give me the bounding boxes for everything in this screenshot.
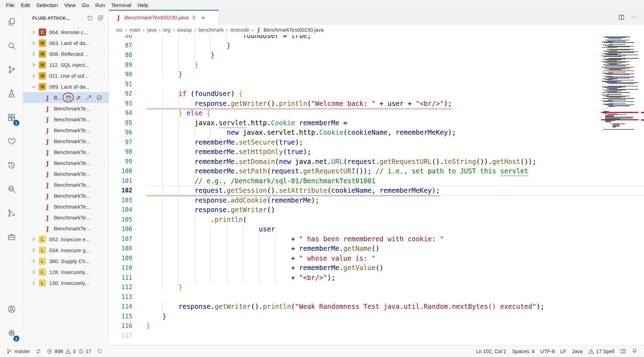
status-encoding[interactable]: UTF-8 bbox=[537, 345, 558, 357]
code-line-114[interactable]: 114 response.getWriter().println("Weak R… bbox=[109, 302, 644, 312]
code-line-86[interactable]: 86 foundUser = true; bbox=[109, 35, 644, 41]
status-language[interactable]: Java bbox=[569, 345, 586, 357]
activity-accounts-button[interactable] bbox=[0, 297, 23, 321]
tree-item[interactable]: M011. Use of sof... bbox=[23, 70, 109, 81]
tree-item[interactable]: JBenchmarkTe... bbox=[23, 114, 109, 125]
chevron-right-icon[interactable] bbox=[30, 280, 37, 286]
tree-item[interactable]: JBenchmarkTe... bbox=[23, 125, 109, 136]
status-retry[interactable] bbox=[94, 345, 105, 357]
status-cursor-position[interactable]: Ln 102, Col 2 bbox=[473, 345, 509, 357]
tree-item[interactable]: L128. Insecurely... bbox=[23, 267, 109, 278]
status-problems[interactable]: 898017 bbox=[44, 345, 94, 357]
code-editor[interactable]: 86 foundUser = true;87 }88 }89 }90 }9192… bbox=[109, 35, 644, 345]
code-line-105[interactable]: 105 .println( bbox=[109, 215, 644, 225]
status-sync[interactable] bbox=[33, 345, 44, 357]
tree-item[interactable]: JB... bbox=[23, 92, 109, 103]
split-editor-icon[interactable] bbox=[618, 14, 625, 21]
code-line-94[interactable]: 94 } else { bbox=[109, 108, 644, 118]
status-layout[interactable] bbox=[617, 345, 629, 357]
code-line-98[interactable]: 98 rememberMe.setHttpOnly(true); bbox=[109, 147, 644, 157]
breadcrumb-item[interactable]: owasp bbox=[177, 27, 192, 33]
collapse-all-icon[interactable] bbox=[97, 15, 104, 21]
breadcrumb-item[interactable]: src bbox=[116, 27, 123, 33]
tree-item[interactable]: L130. Insecurely... bbox=[23, 278, 109, 288]
tree-item[interactable]: C004. Remote c... bbox=[23, 27, 109, 38]
minimap[interactable] bbox=[601, 37, 640, 134]
activity-extensions-button[interactable]: 1 bbox=[0, 106, 23, 129]
tree-item[interactable]: M008. Reflected ... bbox=[23, 49, 109, 59]
code-line-108[interactable]: 108 + rememberMe.getName() bbox=[109, 244, 644, 254]
tree-item[interactable]: JBenchmarkTe... bbox=[23, 136, 109, 147]
menu-run[interactable]: Run bbox=[92, 2, 108, 8]
code-line-96[interactable]: 96 new javax.servlet.http.Cookie(cookieN… bbox=[109, 128, 644, 138]
code-line-113[interactable]: 113 bbox=[109, 292, 644, 302]
tree-item[interactable]: M063. Lack of da... bbox=[23, 38, 109, 49]
code-line-91[interactable]: 91 bbox=[109, 79, 644, 89]
code-line-99[interactable]: 99 rememberMe.setDomain(new java.net.URL… bbox=[109, 157, 644, 167]
tree-item[interactable]: JBenchmarkTe... bbox=[23, 201, 109, 212]
status-notifications[interactable] bbox=[629, 345, 640, 357]
activity-toolbox-button[interactable] bbox=[0, 225, 23, 249]
code-line-117[interactable]: 117 bbox=[109, 331, 644, 341]
code-line-104[interactable]: 104 response.getWriter() bbox=[109, 205, 644, 215]
activity-heart-button[interactable] bbox=[0, 129, 23, 153]
code-line-101[interactable]: 101 // e.g., /benchmark/sql-01/Benchmark… bbox=[109, 176, 644, 186]
chevron-right-icon[interactable] bbox=[30, 236, 37, 243]
close-icon[interactable]: × bbox=[201, 14, 205, 21]
code-line-103[interactable]: 103 response.addCookie(rememberMe); bbox=[109, 196, 644, 205]
code-line-109[interactable]: 109 + " whose value is: " bbox=[109, 254, 644, 263]
code-line-90[interactable]: 90 } bbox=[109, 70, 644, 79]
chevron-right-icon[interactable] bbox=[30, 269, 37, 275]
menu-help[interactable]: Help bbox=[134, 2, 152, 8]
activity-settings-gear-button[interactable]: 1 bbox=[0, 321, 23, 345]
breadcrumb-item[interactable]: main bbox=[129, 27, 140, 33]
tree-item[interactable]: JBenchmarkTe... bbox=[23, 212, 109, 223]
breadcrumb-item[interactable]: java bbox=[147, 27, 156, 33]
wrench-action-button[interactable] bbox=[85, 94, 92, 101]
tree-item[interactable]: M089. Lack of da... bbox=[23, 81, 109, 92]
check-circle-action-button[interactable] bbox=[96, 94, 103, 101]
activity-history-button[interactable] bbox=[0, 153, 23, 177]
tree-item[interactable]: JBenchmarkTe... bbox=[23, 168, 109, 179]
code-line-116[interactable]: 116} bbox=[109, 321, 644, 331]
activity-explorer-button[interactable] bbox=[0, 10, 23, 34]
status-eol[interactable]: LF bbox=[558, 345, 569, 357]
activity-search-button[interactable] bbox=[0, 34, 23, 58]
chevron-right-icon[interactable] bbox=[30, 29, 37, 36]
tree-item[interactable]: L034. Insecure g... bbox=[23, 245, 109, 256]
code-line-93[interactable]: 93 response.getWriter().println("Welcome… bbox=[109, 99, 644, 109]
code-line-110[interactable]: 110 + rememberMe.getValue() bbox=[109, 263, 644, 273]
code-line-89[interactable]: 89 } bbox=[109, 60, 644, 70]
tree-item[interactable]: L380. Supply Ch... bbox=[23, 256, 109, 267]
chevron-down-icon[interactable] bbox=[30, 84, 37, 90]
activity-test-beaker-button[interactable] bbox=[0, 82, 23, 106]
editor-tab[interactable]: J BenchmarkTest00230.java 3 × bbox=[109, 10, 219, 25]
tree-item[interactable]: JBenchmarkTe... bbox=[23, 223, 109, 234]
menu-view[interactable]: View bbox=[61, 2, 79, 8]
calendar-action-button[interactable] bbox=[65, 94, 72, 101]
code-line-92[interactable]: 92 if (foundUser) { bbox=[109, 89, 644, 99]
tree-item[interactable]: JBenchmarkTe... bbox=[23, 190, 109, 201]
code-line-102[interactable]: 102 request.getSession().setAttribute(co… bbox=[109, 186, 644, 196]
breadcrumb-item[interactable]: benchmark bbox=[199, 27, 224, 33]
code-line-88[interactable]: 88 } bbox=[109, 50, 644, 60]
code-line-100[interactable]: 100 rememberMe.setPath(request.getReques… bbox=[109, 166, 644, 176]
chevron-right-icon[interactable] bbox=[30, 51, 37, 57]
tree-item[interactable]: L052. Insecure e... bbox=[23, 234, 109, 245]
more-actions-icon[interactable] bbox=[631, 14, 638, 21]
chevron-right-icon[interactable] bbox=[30, 40, 37, 46]
chevron-right-icon[interactable] bbox=[30, 73, 37, 79]
activity-branch-plus-button[interactable] bbox=[0, 201, 23, 225]
code-line-97[interactable]: 97 rememberMe.setSecure(true); bbox=[109, 138, 644, 147]
tree-item[interactable]: JBenchmarkTe... bbox=[23, 147, 109, 158]
chevron-right-icon[interactable] bbox=[30, 247, 37, 254]
menu-terminal[interactable]: Terminal bbox=[108, 2, 135, 8]
code-line-95[interactable]: 95 javax.servlet.http.Cookie rememberMe … bbox=[109, 118, 644, 128]
activity-code-review-button[interactable] bbox=[0, 177, 23, 201]
chevron-right-icon[interactable] bbox=[30, 62, 37, 68]
tree-item[interactable]: M112. SQL inject... bbox=[23, 59, 109, 70]
tree-item[interactable]: JBenchmarkTe... bbox=[23, 158, 109, 168]
menu-go[interactable]: Go bbox=[79, 2, 92, 8]
breadcrumb-item[interactable]: org bbox=[163, 27, 170, 33]
menu-edit[interactable]: Edit bbox=[18, 2, 33, 8]
